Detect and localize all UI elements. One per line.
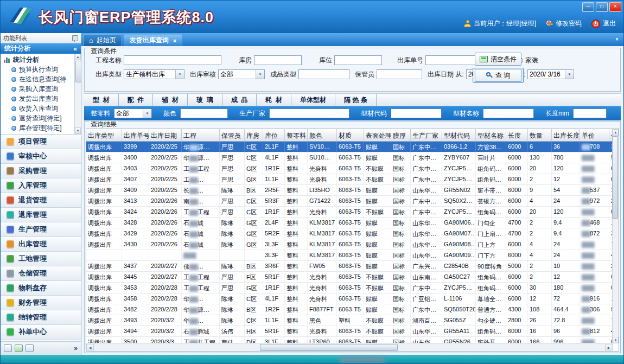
table-row[interactable]: 调拨出库34302020/2/26石▇▇城陈琳G区3L3F整料KLM381760… (86, 239, 613, 250)
pin-icon[interactable] (72, 35, 78, 41)
material-tab[interactable]: 玻 璃 (188, 94, 222, 106)
minimize-button[interactable]: ─ (582, 2, 594, 12)
column-header[interactable]: 单价 (580, 129, 609, 141)
tree-item[interactable]: 收货入库查询 (1, 104, 75, 113)
material-tab[interactable]: 隔 热 条 (335, 94, 377, 106)
order-no-input[interactable] (425, 55, 479, 65)
sidebar-section-header[interactable]: 统计分析 « (1, 43, 81, 54)
dropdown-arrow-icon[interactable]: ▼ (143, 109, 151, 118)
sidebar-menu-item[interactable]: 财务管理 (1, 296, 81, 310)
sidebar-menu-item[interactable]: 工地管理 (1, 252, 81, 266)
sidebar-menu-item[interactable]: 采购管理 (1, 164, 81, 178)
table-row[interactable]: 调拨出库34372020/2/27佛▇▇…陈琳B区3R6F整料FW056063-… (86, 261, 613, 272)
column-header[interactable]: 型材名称 (476, 129, 506, 141)
table-row[interactable]: 调拨出库34132020/2/26南▇▇…严思C区5R3F整料G71422606… (86, 196, 613, 207)
tree-root-item[interactable]: 统计分析 (1, 55, 75, 65)
table-row[interactable]: 调拨出库34292020/2/26石▇▇城陈琳G区5R2F整料KLM381760… (86, 228, 613, 239)
sidebar-menu-item[interactable]: 结转管理 (1, 310, 81, 325)
column-header[interactable]: 库房 (245, 129, 263, 141)
material-tab[interactable]: 辅 材 (153, 94, 188, 106)
column-header[interactable]: 生产厂家 (411, 129, 442, 141)
table-row[interactable]: ▇▇▇3L3F整料KLM38176063-T5贴膜国标山东华…GA90M09…门… (86, 250, 613, 261)
column-header[interactable]: 表面处理 (364, 129, 391, 141)
horizontal-scroll-thumb[interactable] (260, 344, 398, 351)
tree-scroll-thumb[interactable] (75, 61, 81, 82)
tab-home[interactable]: ⌂ 起始页 (83, 34, 122, 46)
column-header[interactable]: 库位 (263, 129, 285, 141)
column-header[interactable]: 整零料 (285, 129, 308, 141)
date-to-select[interactable]: 2020/ 3/16 ▼ (527, 69, 574, 79)
maximize-button[interactable]: □ (596, 2, 608, 12)
tab-close-icon[interactable]: × (172, 38, 176, 43)
tree-item[interactable]: 预算执行查询 (1, 65, 75, 74)
sidebar-menu-item[interactable]: 退货管理 (1, 193, 81, 208)
dropdown-arrow-icon[interactable]: ▼ (565, 70, 574, 79)
sidebar-menu-item[interactable]: 生产管理 (1, 222, 81, 237)
keeper-input[interactable] (377, 69, 422, 79)
out-type-select[interactable]: 生产领料出库 ▼ (124, 69, 184, 79)
close-button[interactable]: × (609, 2, 621, 12)
color-input[interactable] (180, 108, 228, 118)
sidebar-menu-item[interactable]: 入库管理 (1, 178, 81, 193)
sidebar-menu-item[interactable]: 补单中心 (1, 325, 81, 340)
tree-item[interactable]: 采购入库查询 (1, 84, 75, 94)
column-header[interactable]: 材质 (337, 129, 364, 141)
table-row[interactable]: 调拨出库34002020/2/25华▇▇源…严思C区4L1F整料SU10…606… (86, 152, 613, 163)
search-button[interactable]: 查 询 (475, 69, 521, 82)
table-row[interactable]: 调拨出库34822020/2/28华▇▇源…陈琳B区1R2F整料F8877FT6… (86, 304, 613, 315)
table-row[interactable]: 调拨出库34032020/2/25工▇▇工程严思G区1R1F整料光身料6063-… (86, 163, 613, 174)
table-row[interactable]: 调拨出库34582020/2/28华▇▇…陈琳C区4L1F整料光身料6063-T… (86, 293, 613, 304)
table-row[interactable]: 调拨出库34932020/3/2华▇▇…陈琳C区1L1F整料黑色塑料不贴膜国标湖… (86, 315, 613, 326)
material-tab[interactable]: 配 件 (119, 94, 154, 106)
length-input[interactable] (573, 108, 607, 118)
table-vertical-scrollbar[interactable]: ▲ ▼ (612, 129, 619, 343)
table-row[interactable]: 调拨出库34242020/2/26工▇▇工程严思C区1R1F整料光身料6063-… (86, 207, 613, 218)
tree-item[interactable]: 发货出库查询 (1, 94, 75, 104)
vertical-scroll-thumb[interactable] (612, 136, 618, 219)
manufacturer-input[interactable] (269, 108, 349, 118)
dropdown-arrow-icon[interactable]: ▼ (175, 70, 184, 79)
tree-item[interactable]: 退货查询[待定] (1, 113, 75, 123)
clear-conditions-button[interactable]: 清空条件 (475, 53, 521, 66)
change-password-button[interactable]: 修改密码 (546, 19, 582, 28)
sidebar-menu-item[interactable]: 审核中心 (1, 149, 81, 164)
table-horizontal-scrollbar[interactable]: ◀ ▶ (86, 343, 613, 351)
column-header[interactable]: 出库日期 (149, 129, 182, 141)
column-header[interactable]: 型材代码 (442, 129, 476, 141)
column-header[interactable]: 工程 (182, 129, 220, 141)
computer-icon[interactable] (26, 344, 34, 352)
table-row[interactable]: 调拨出库34092020/2/25长▇▇…陈琳B区2R5F整料LI35HO606… (86, 185, 613, 196)
table-row[interactable]: 调拨出库34942020/3/2石▇▇辉城汤伟H区5R1F整料光身料6063-T… (86, 326, 613, 337)
profile-name-input[interactable] (483, 108, 534, 118)
column-header[interactable]: 膜厚 (391, 129, 411, 141)
table-row[interactable]: 调拨出库33992020/2/25华▇▇源…严思C区2L1F整料SV10…606… (86, 142, 613, 152)
toolbar-overflow-icon[interactable]: » (74, 344, 78, 352)
list-view-icon[interactable] (4, 344, 12, 352)
material-tab[interactable]: 耗 材 (257, 94, 291, 106)
sidebar-menu-item[interactable]: 退库管理 (1, 208, 81, 222)
tree-item[interactable]: 库存管理[待定] (1, 123, 75, 133)
table-row[interactable]: 调拨出库34452020/2/27工▇▇工程严思F区5R1F整料光身料6063-… (86, 272, 613, 283)
scroll-down-icon[interactable]: ▼ (613, 337, 619, 343)
table-row[interactable]: 调拨出库34282020/2/26石▇▇城陈琳G区2L4F整料KLM381760… (86, 218, 613, 228)
column-header[interactable]: 保管员 (220, 129, 245, 141)
chart-view-icon[interactable] (15, 344, 23, 352)
tree-item[interactable]: 在途信息查询[待 (1, 74, 75, 84)
sidebar-menu-item[interactable]: 项目管理 (1, 135, 81, 149)
scroll-left-icon[interactable]: ◀ (86, 344, 94, 350)
whole-part-select[interactable]: 全部 ▼ (114, 108, 152, 118)
table-row[interactable]: 调拨出库34072020/2/25工▇▇…严思G区1L1F整料光身料6063-T… (86, 174, 613, 185)
material-tab[interactable]: 型 材 (84, 94, 119, 106)
scroll-down-icon[interactable]: ▼ (75, 127, 81, 134)
dropdown-arrow-icon[interactable]: ▼ (256, 70, 264, 79)
tree-scrollbar[interactable]: ▲ ▼ (74, 54, 81, 134)
scroll-right-icon[interactable]: ▶ (605, 344, 613, 350)
profile-code-input[interactable] (391, 108, 442, 118)
warehouse-input[interactable] (254, 55, 302, 65)
table-row[interactable]: 调拨出库34532020/2/28工▇▇工程严思G区1R1F整料光身料6063-… (86, 283, 613, 293)
column-header[interactable]: 出库单号 (122, 129, 149, 141)
scroll-up-icon[interactable]: ▲ (613, 129, 619, 136)
column-header[interactable]: 数量 (528, 129, 552, 141)
project-name-input[interactable] (124, 55, 221, 65)
material-tab[interactable]: 单体型材 (291, 94, 335, 106)
